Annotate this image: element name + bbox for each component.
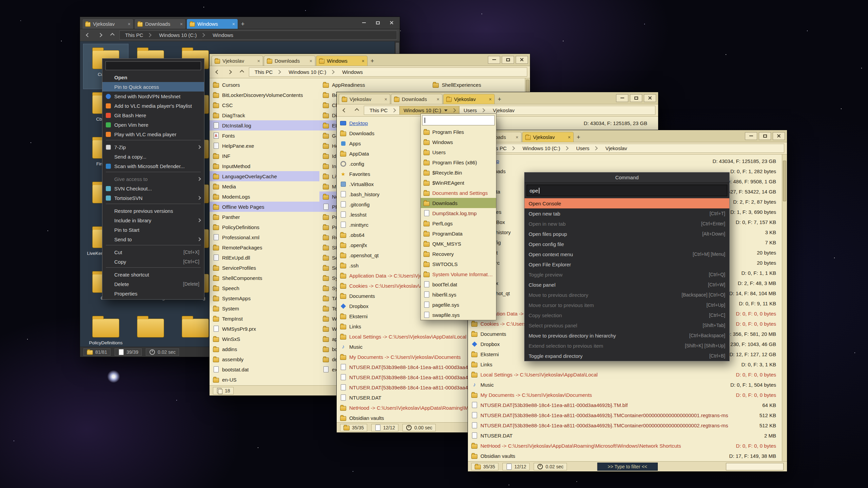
tab-close-icon[interactable]: × bbox=[437, 97, 439, 102]
new-tab-button[interactable]: + bbox=[574, 133, 583, 142]
context-menu-item[interactable] bbox=[105, 61, 201, 70]
file-row[interactable]: Cursors bbox=[210, 80, 319, 90]
grid-item[interactable] bbox=[128, 312, 173, 347]
maximize-button[interactable] bbox=[630, 94, 642, 102]
file-row[interactable]: RemotePackages bbox=[210, 242, 319, 252]
drive-dropdown-item[interactable]: Program Files bbox=[421, 127, 496, 137]
forward-button[interactable] bbox=[224, 67, 235, 77]
palette-item[interactable]: Select previous panel [Shift+Tab] bbox=[525, 320, 729, 330]
drive-dropdown-item[interactable]: SWTOOLS bbox=[421, 259, 496, 269]
tab-close-icon[interactable]: × bbox=[489, 97, 492, 102]
breadcrumb-item[interactable]: Users bbox=[572, 144, 601, 153]
file-row[interactable]: PolicyDefinitions bbox=[210, 222, 319, 232]
file-row[interactable]: DtcInstall.log bbox=[210, 120, 319, 130]
titlebar[interactable]: Vjekoslav × Downloads × Vjekoslav × + bbox=[337, 92, 658, 104]
context-menu-item[interactable]: Pin to Quick access bbox=[102, 82, 204, 92]
tab-close-icon[interactable]: × bbox=[362, 58, 364, 64]
context-menu-item[interactable]: Send to bbox=[102, 235, 204, 244]
context-menu-item[interactable] bbox=[102, 140, 204, 142]
file-row[interactable]: Music D: 0, F: 1, 504 bytes bbox=[468, 380, 787, 390]
context-menu-item[interactable] bbox=[102, 245, 204, 247]
drive-dropdown-item[interactable]: swapfile.sys bbox=[421, 310, 496, 320]
breadcrumb-item[interactable]: Windows bbox=[209, 30, 237, 40]
context-menu-item[interactable]: Send with NordVPN Meshnet bbox=[102, 92, 204, 101]
file-row[interactable]: ServiceProfiles bbox=[210, 263, 319, 273]
file-row[interactable]: addins bbox=[210, 344, 319, 354]
palette-item[interactable]: Toggle preview [Ctrl+Q] bbox=[525, 269, 729, 280]
breadcrumb-item[interactable]: This PC bbox=[251, 67, 284, 77]
palette-item[interactable]: Move to previous directory [Backspace] [… bbox=[525, 290, 729, 300]
context-menu-item[interactable]: TortoiseSVN bbox=[102, 193, 204, 203]
grid-item[interactable]: PolicyDefinitions bbox=[83, 312, 128, 347]
palette-item[interactable]: Open Console bbox=[525, 198, 729, 208]
file-row[interactable]: TempInst bbox=[210, 313, 319, 324]
file-row[interactable]: BitLockerDiscoveryVolumeContents bbox=[210, 90, 319, 100]
palette-item[interactable]: Copy selection [Ctrl+C] bbox=[525, 310, 729, 320]
drive-dropdown-item[interactable]: QMK_MSYS bbox=[421, 239, 496, 249]
file-row[interactable]: NetHood -> C:\Users\Vjekoslav\AppData\Ro… bbox=[468, 441, 787, 451]
palette-item[interactable]: Move to previous directory in hierarchy … bbox=[525, 330, 729, 341]
drive-dropdown-item[interactable]: DumpStack.log.tmp bbox=[421, 208, 496, 218]
context-menu-item[interactable]: Cut [Ctrl+X] bbox=[102, 247, 204, 257]
file-row[interactable]: ModemLogs bbox=[210, 191, 319, 202]
maximize-button[interactable] bbox=[759, 132, 771, 140]
palette-item[interactable]: Open File Explorer bbox=[525, 259, 729, 269]
context-menu-item[interactable]: Delete [Delete] bbox=[102, 279, 204, 289]
breadcrumb-item[interactable]: Windows 10 (C:) bbox=[155, 30, 209, 40]
file-row[interactable]: System bbox=[210, 303, 319, 313]
palette-item[interactable]: Open config file bbox=[525, 239, 729, 249]
back-button[interactable] bbox=[83, 30, 93, 40]
file-row[interactable]: NTUSER.DAT{53b39e88-18c4-11ea-a811-000d3… bbox=[468, 420, 787, 430]
minimize-button[interactable] bbox=[358, 19, 370, 27]
file-row[interactable]: WinSxS bbox=[210, 334, 319, 344]
new-tab-button[interactable]: + bbox=[368, 56, 377, 66]
up-button[interactable] bbox=[107, 30, 117, 40]
context-menu-item[interactable]: Copy [Ctrl+C] bbox=[102, 257, 204, 266]
palette-item[interactable]: Open new tab [Ctrl+T] bbox=[525, 208, 729, 219]
file-row[interactable]: HelpPane.exe bbox=[210, 141, 319, 151]
context-menu-item[interactable]: Give access to bbox=[102, 174, 204, 184]
context-menu-item[interactable]: Include in library bbox=[102, 216, 204, 225]
maximize-button[interactable] bbox=[502, 56, 514, 64]
drive-dropdown-item[interactable]: Program Files (x86) bbox=[421, 157, 496, 167]
palette-item[interactable]: Open in new tab [Ctrl+Enter] bbox=[525, 219, 729, 229]
context-menu-item[interactable]: Properties bbox=[102, 289, 204, 298]
palette-input[interactable]: ope bbox=[527, 185, 727, 196]
back-button[interactable] bbox=[339, 106, 350, 115]
file-row[interactable]: Speech bbox=[210, 283, 319, 293]
up-button[interactable] bbox=[352, 106, 362, 115]
context-menu-item[interactable] bbox=[102, 267, 204, 270]
file-row[interactable]: Professional.xml bbox=[210, 232, 319, 242]
file-row[interactable]: assembly bbox=[210, 354, 319, 364]
tab[interactable]: Downloads × bbox=[134, 19, 186, 29]
file-row[interactable]: NTUSER.DAT{53b39e88-18c4-11ea-a811-000d3… bbox=[468, 410, 787, 420]
tab[interactable]: Downloads × bbox=[391, 94, 442, 104]
breadcrumb-item[interactable]: This PC bbox=[121, 30, 155, 40]
minimize-button[interactable] bbox=[616, 94, 628, 102]
context-menu-item[interactable]: Open bbox=[102, 73, 204, 82]
drive-dropdown-item[interactable]: Downloads bbox=[421, 198, 496, 208]
minimize-button[interactable] bbox=[745, 132, 757, 140]
drive-dropdown-item[interactable]: Recovery bbox=[421, 249, 496, 259]
tab[interactable]: Vjekoslav × bbox=[212, 56, 263, 66]
drive-dropdown-item[interactable]: pagefile.sys bbox=[421, 300, 496, 310]
titlebar[interactable]: Vjekoslav × Downloads × Windows × + bbox=[210, 54, 530, 66]
file-row[interactable]: WMSysPr9.prx bbox=[210, 324, 319, 334]
filter-box[interactable]: >> Type to filter << bbox=[597, 463, 657, 471]
context-menu-item[interactable]: 7-Zip bbox=[102, 142, 204, 152]
breadcrumb-item[interactable]: Windows bbox=[338, 67, 367, 77]
tab[interactable]: Vjekoslav × bbox=[443, 94, 495, 104]
scrollbar[interactable] bbox=[782, 155, 787, 461]
titlebar[interactable]: Downloads × Vjekoslav × + bbox=[468, 130, 787, 142]
file-row[interactable]: ShellExperiences bbox=[429, 80, 530, 90]
tab-close-icon[interactable]: × bbox=[384, 97, 387, 102]
file-row[interactable]: Local Settings -> C:\Users\Vjekoslav\App… bbox=[468, 369, 787, 380]
context-menu-item[interactable]: Git Bash Here bbox=[102, 110, 204, 120]
tab[interactable]: Vjekoslav × bbox=[522, 132, 574, 142]
file-row[interactable]: DiagTrack bbox=[210, 110, 319, 120]
file-row[interactable]: NTUSER.DAT 2 MB bbox=[468, 430, 787, 441]
drive-dropdown-item[interactable]: System Volume Information bbox=[421, 269, 496, 279]
file-row[interactable]: Media bbox=[210, 181, 319, 191]
close-button[interactable] bbox=[644, 94, 656, 102]
breadcrumb-item[interactable]: Windows 10 (C:) bbox=[518, 144, 572, 153]
